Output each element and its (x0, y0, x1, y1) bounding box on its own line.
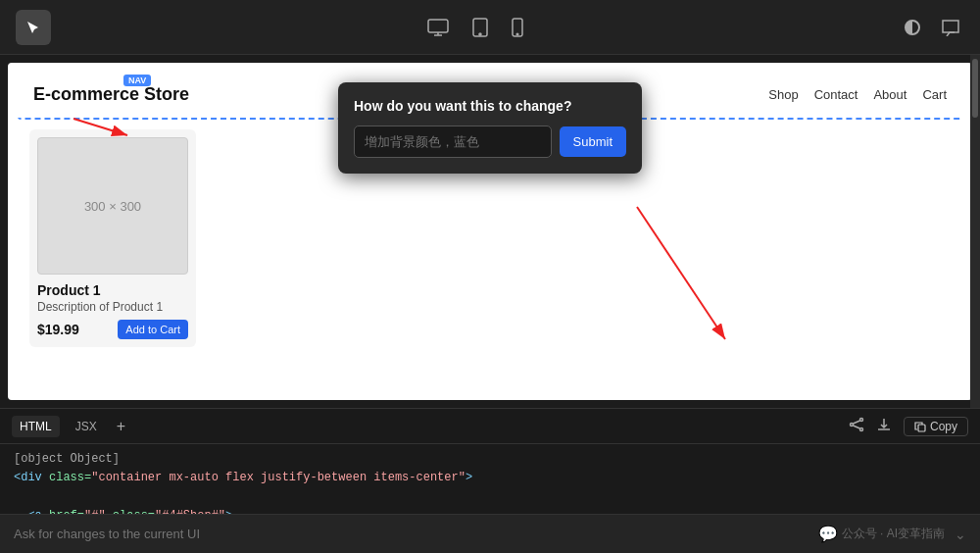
copy-button[interactable]: Copy (904, 417, 968, 436)
svg-rect-0 (428, 20, 448, 32)
ask-input[interactable] (14, 527, 808, 541)
product-name: Product 1 (37, 282, 188, 298)
add-to-cart-button[interactable]: Add to Cart (118, 320, 188, 339)
site-logo: E-commerce Store (33, 84, 189, 105)
preview-area: NAV E-commerce Store Shop Contact About … (0, 55, 980, 408)
nav-link-about[interactable]: About (873, 87, 906, 102)
chevron-down-icon[interactable]: ⌄ (955, 527, 966, 542)
desktop-view-button[interactable] (423, 15, 453, 40)
wechat-icon: 💬 (818, 525, 838, 543)
product-footer: $19.99 Add to Cart (37, 320, 188, 339)
toolbar-center (423, 14, 527, 41)
product-card: 300 × 300 Product 1 Description of Produ… (29, 129, 196, 347)
ask-bar: 💬 公众号 · AI变革指南 ⌄ (0, 514, 980, 553)
svg-point-6 (516, 33, 518, 35)
popup-input-row: Submit (354, 126, 626, 158)
site-nav-links: Shop Contact About Cart (768, 87, 947, 102)
scrollbar[interactable] (970, 55, 980, 408)
nav-link-contact[interactable]: Contact (814, 87, 858, 102)
scrollbar-thumb[interactable] (972, 59, 978, 118)
svg-line-15 (853, 426, 859, 428)
download-icon[interactable] (876, 417, 892, 435)
top-toolbar (0, 0, 980, 55)
toolbar-right (900, 15, 964, 40)
nav-link-shop[interactable]: Shop (768, 87, 798, 102)
watermark: 💬 公众号 · AI变革指南 (818, 525, 945, 543)
dark-mode-button[interactable] (900, 15, 925, 40)
mobile-view-button[interactable] (508, 14, 527, 41)
svg-point-4 (479, 33, 481, 35)
code-line-1: [object Object] (14, 450, 966, 469)
bottom-panel: HTML JSX + (0, 408, 980, 553)
tablet-view-button[interactable] (468, 14, 492, 41)
bottom-tab-bar: HTML JSX + (0, 409, 980, 444)
chat-button[interactable] (937, 15, 964, 40)
nav-badge: NAV (123, 75, 151, 86)
share-icon[interactable] (849, 417, 864, 435)
code-line-4: <a href="#" class="#4#Shop#"> (14, 507, 966, 514)
svg-point-13 (859, 428, 862, 431)
tab-actions: Copy (849, 417, 968, 436)
svg-line-14 (853, 421, 859, 424)
tab-add-button[interactable]: + (113, 418, 129, 435)
nav-link-cart[interactable]: Cart (922, 87, 947, 102)
svg-point-12 (850, 424, 853, 427)
svg-point-11 (859, 419, 862, 422)
tab-html[interactable]: HTML (12, 416, 60, 437)
popup-title: How do you want this to change? (354, 98, 626, 114)
product-description: Description of Product 1 (37, 300, 188, 314)
change-popup: How do you want this to change? Submit (338, 82, 642, 174)
code-line-2: <div class="container mx-auto flex justi… (14, 469, 966, 487)
popup-submit-button[interactable]: Submit (560, 126, 626, 157)
cursor-button[interactable] (16, 10, 51, 45)
product-image: 300 × 300 (37, 137, 188, 275)
change-input[interactable] (354, 126, 552, 158)
code-line-3 (14, 487, 966, 506)
product-price: $19.99 (37, 322, 79, 337)
svg-rect-16 (918, 425, 925, 431)
watermark-text: 公众号 · AI变革指南 (842, 526, 945, 542)
code-panel: [object Object] <div class="container mx… (0, 444, 980, 514)
tab-jsx[interactable]: JSX (68, 416, 105, 437)
toolbar-left (16, 10, 51, 45)
